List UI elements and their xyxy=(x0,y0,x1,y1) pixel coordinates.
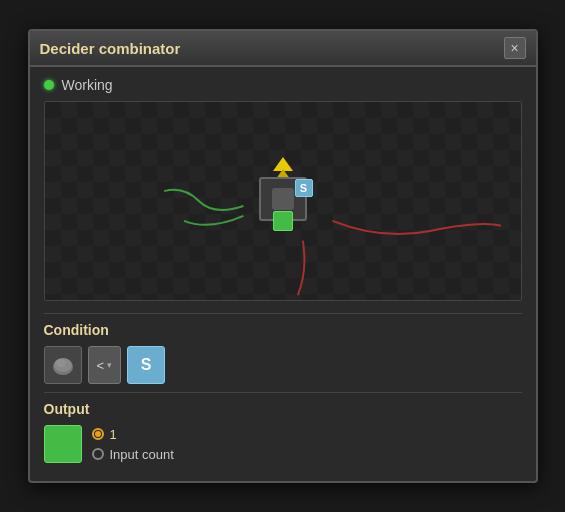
output-signal-box[interactable] xyxy=(44,425,82,463)
svg-point-2 xyxy=(56,359,66,367)
close-button[interactable]: × xyxy=(504,37,526,59)
condition-row: < ▾ S xyxy=(44,346,522,384)
operator-button[interactable]: < ▾ xyxy=(88,346,122,384)
divider-1 xyxy=(44,313,522,314)
status-row: Working xyxy=(44,77,522,93)
radio-row-input-count[interactable]: Input count xyxy=(92,447,174,462)
titlebar: Decider combinator × xyxy=(30,31,536,67)
output-section: Output 1 Input count xyxy=(44,401,522,463)
chevron-down-icon: ▾ xyxy=(107,360,112,370)
rock-icon xyxy=(49,351,77,379)
status-dot xyxy=(44,80,54,90)
divider-2 xyxy=(44,392,522,393)
output-options: 1 Input count xyxy=(92,427,174,462)
content-area: Working xyxy=(30,67,536,481)
output-indicator xyxy=(273,211,293,231)
radio-input-count-label: Input count xyxy=(110,447,174,462)
operator-value: < xyxy=(97,358,105,373)
output-label: Output xyxy=(44,401,522,417)
signal-button[interactable]: S xyxy=(127,346,165,384)
preview-area: S xyxy=(44,101,522,301)
condition-signal-icon[interactable] xyxy=(44,346,82,384)
radio-input-count-circle[interactable] xyxy=(92,448,104,460)
radio-value-label: 1 xyxy=(110,427,117,442)
radio-row-value[interactable]: 1 xyxy=(92,427,174,442)
output-row: 1 Input count xyxy=(44,425,522,463)
window-title: Decider combinator xyxy=(40,40,181,57)
combinator-sprite: S xyxy=(251,157,315,237)
condition-label: Condition xyxy=(44,322,522,338)
radio-value-circle[interactable] xyxy=(92,428,104,440)
decider-combinator-window: Decider combinator × Working xyxy=(28,29,538,483)
status-text: Working xyxy=(62,77,113,93)
s-badge: S xyxy=(295,179,313,197)
